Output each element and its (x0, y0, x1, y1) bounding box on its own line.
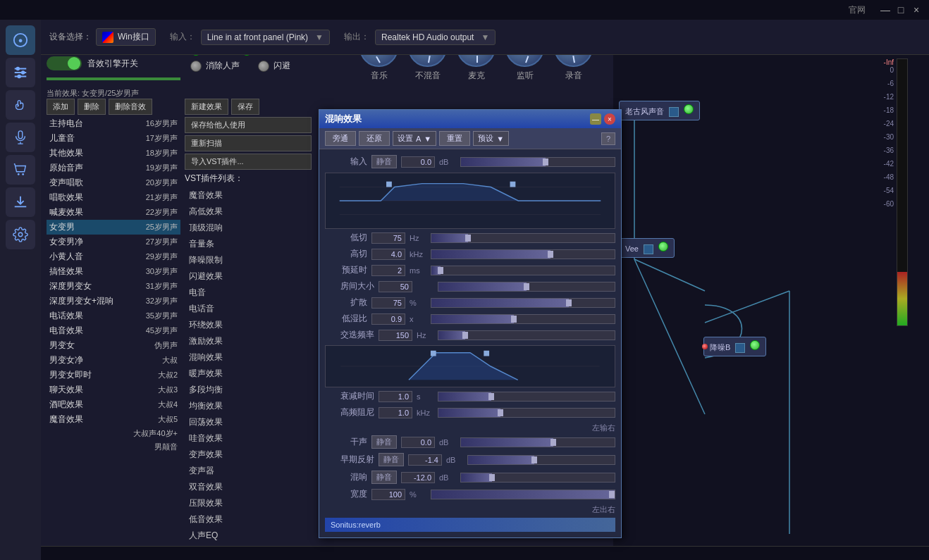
bypass-button[interactable]: 旁通 (325, 131, 356, 146)
vst-item[interactable]: 混响效果 (185, 349, 312, 366)
vst-item[interactable]: 压限效果 (185, 495, 312, 511)
rescan-button[interactable]: 重新扫描 (185, 135, 312, 151)
preset-row[interactable]: 聊天效果大叔3 (47, 382, 180, 397)
reverb-slider[interactable] (460, 473, 615, 483)
earlyrefl-thumb[interactable] (531, 456, 537, 463)
official-site-link[interactable]: 官网 (849, 4, 866, 16)
preset-row[interactable]: 儿童音17岁男声 (47, 131, 180, 146)
preset-dropdown[interactable]: 预设 ▼ (473, 131, 509, 146)
vst-item[interactable]: 顶级混响 (185, 220, 312, 236)
sidebar-icon-effects[interactable] (6, 58, 35, 87)
reverb-minimize-button[interactable]: — (590, 113, 601, 125)
preset-row[interactable]: 深度男变女+混响32岁男声 (47, 294, 180, 309)
reverb-mute-button[interactable]: 静音 (371, 471, 397, 484)
preset-row[interactable]: 原始音声19岁男声 (47, 161, 180, 175)
reverb-thumb[interactable] (489, 474, 495, 481)
vst-item[interactable]: 多段均衡 (185, 382, 312, 398)
vst-item[interactable]: 激励效果 (185, 333, 312, 349)
device-select[interactable]: Win接口 (96, 28, 156, 46)
width-thumb[interactable] (609, 491, 615, 498)
diffusion-thumb[interactable] (566, 299, 572, 306)
preset-row[interactable]: 深度男变女31岁男声 (47, 279, 180, 294)
vst-item[interactable]: 降噪限制 (185, 252, 312, 268)
sidebar-icon-settings[interactable] (6, 220, 35, 249)
preset-row[interactable]: 电音效果45岁男声 (47, 323, 180, 338)
new-effect-button[interactable]: 新建效果 (185, 99, 228, 115)
vst-item[interactable]: 电话音 (185, 301, 312, 317)
crossfreq-slider[interactable] (438, 330, 615, 340)
vst-item[interactable]: 低音效果 (185, 511, 312, 528)
preset-row[interactable]: 小黄人音29岁男声 (47, 249, 180, 264)
preset-row[interactable]: 男变女净大叔 (47, 353, 180, 368)
import-vst-button[interactable]: 导入VST插件... (185, 154, 312, 170)
dry-thumb[interactable] (550, 439, 556, 446)
input-slider[interactable] (460, 157, 615, 167)
preset-row[interactable]: 魔音效果大叔5 (47, 412, 180, 427)
preset-row[interactable]: 大叔声40岁+ (47, 427, 180, 440)
earlyrefl-slider[interactable] (467, 455, 615, 465)
delete-effect-button[interactable]: 删除音效 (109, 99, 152, 115)
preset-row[interactable]: 变声唱歌20岁男声 (47, 175, 180, 190)
vst-item[interactable]: 双音效果 (185, 479, 312, 495)
lowcut-thumb[interactable] (465, 235, 471, 242)
vst-item[interactable]: 环绕效果 (185, 317, 312, 333)
node-vee[interactable]: Vee (619, 238, 675, 258)
sidebar-icon-home[interactable]: ● (6, 25, 35, 55)
preset-row[interactable]: 女变男25岁男声 (47, 220, 180, 235)
lowdamp-thumb[interactable] (511, 316, 517, 323)
delete-preset-button[interactable]: 删除 (78, 99, 106, 115)
node-denoise-b[interactable]: 降噪B (703, 337, 766, 356)
preset-row[interactable]: 其他效果18岁男声 (47, 146, 180, 161)
vst-item[interactable]: 电音 (185, 285, 312, 301)
earlyrefl-mute-button[interactable]: 静音 (379, 453, 404, 466)
node-taigu[interactable]: 老古风声音 (619, 101, 700, 120)
settings-dropdown[interactable]: 设置 A ▼ (393, 131, 436, 146)
preset-row[interactable]: 电话效果35岁男声 (47, 309, 180, 323)
preset-row[interactable]: 男变女伪男声 (47, 338, 180, 353)
highdamp-slider[interactable] (438, 408, 615, 418)
decaytime-thumb[interactable] (488, 393, 494, 400)
help-button[interactable]: ? (601, 132, 615, 145)
decaytime-slider[interactable] (438, 392, 615, 402)
reset-button[interactable]: 重置 (439, 131, 470, 146)
preset-row[interactable]: 喊麦效果22岁男声 (47, 205, 180, 220)
vst-item[interactable]: 均衡效果 (185, 398, 312, 414)
close-button[interactable]: × (909, 3, 923, 17)
preset-row[interactable]: 男颠音 (47, 440, 180, 454)
save-for-others-button[interactable]: 保存给他人使用 (185, 117, 312, 133)
lowdamp-slider[interactable] (431, 314, 615, 324)
diffusion-slider[interactable] (431, 298, 615, 308)
crossfreq-thumb[interactable] (462, 332, 468, 339)
dodge-led[interactable] (258, 61, 269, 72)
sidebar-icon-hand[interactable] (6, 90, 35, 120)
input-mute-button[interactable]: 静音 (371, 155, 397, 168)
minimize-button[interactable]: — (878, 3, 892, 17)
dry-slider[interactable] (460, 437, 615, 447)
input-select[interactable]: Line in at front panel (Pink) ▼ (201, 30, 330, 45)
vst-item[interactable]: 变声器 (185, 463, 312, 479)
highcut-slider[interactable] (431, 249, 615, 259)
preset-row[interactable]: 女变男净27岁男声 (47, 235, 180, 249)
sidebar-icon-mic[interactable] (6, 123, 35, 152)
maximize-button[interactable]: □ (894, 3, 908, 17)
vst-item[interactable]: 高低效果 (185, 204, 312, 220)
lowcut-slider[interactable] (431, 233, 615, 243)
preset-row[interactable]: 男变女即时大叔2 (47, 368, 180, 382)
predelay-slider[interactable] (431, 266, 615, 275)
vst-item[interactable]: 哇音效果 (185, 430, 312, 447)
preset-row[interactable]: 搞怪效果30岁男声 (47, 264, 180, 279)
width-slider[interactable] (431, 490, 615, 499)
effects-toggle-switch[interactable] (47, 56, 82, 70)
restore-button[interactable]: 还原 (359, 131, 390, 146)
input-slider-thumb[interactable] (543, 158, 548, 166)
vst-item[interactable]: 暖声效果 (185, 366, 312, 382)
preset-row[interactable]: 唱歌效果21岁男声 (47, 190, 180, 205)
vst-item[interactable]: 变声效果 (185, 447, 312, 463)
vst-item[interactable]: 魔音效果 (185, 187, 312, 204)
add-preset-button[interactable]: 添加 (47, 99, 75, 115)
roomsize-slider[interactable] (438, 282, 615, 292)
predelay-thumb[interactable] (438, 267, 443, 274)
dry-mute-button[interactable]: 静音 (371, 435, 397, 449)
sidebar-icon-download[interactable] (6, 187, 35, 217)
reverb-close-button[interactable]: × (604, 113, 615, 125)
